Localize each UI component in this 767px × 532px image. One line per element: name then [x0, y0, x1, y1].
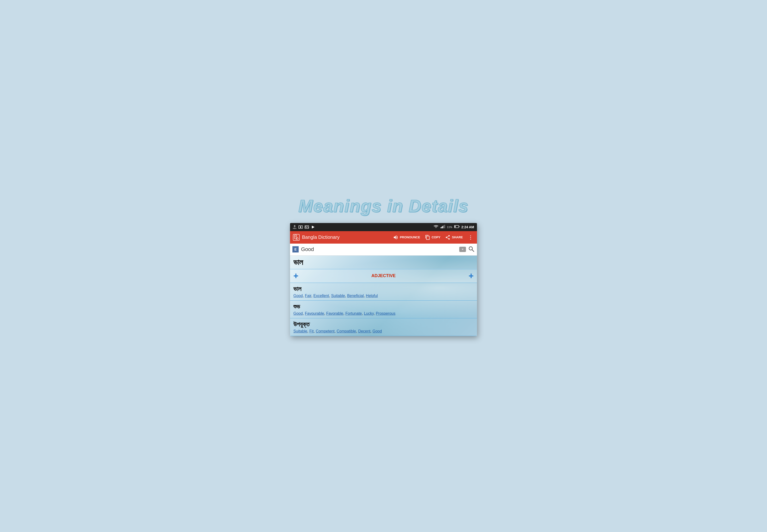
app-logo-icon: [293, 234, 299, 241]
part-of-speech-label: ADJECTIVE: [298, 273, 469, 278]
battery-icon: [454, 225, 460, 229]
svg-rect-5: [441, 227, 441, 228]
synonym-link[interactable]: Competent: [316, 329, 334, 333]
kb-value: 0: [294, 225, 295, 228]
svg-line-18: [296, 239, 296, 240]
svg-line-20: [472, 250, 474, 252]
english-synonyms-2: Good, Favourable, Favorable, Fortunate, …: [293, 311, 474, 316]
share-button[interactable]: SHARE: [445, 234, 463, 241]
search-input[interactable]: [301, 246, 459, 252]
synonym-link[interactable]: Excellent: [313, 294, 329, 298]
share-label: SHARE: [452, 235, 463, 239]
synonym-link[interactable]: Decent: [358, 329, 370, 333]
status-left: 0 KB/s: [293, 225, 315, 229]
wifi-icon: [434, 225, 439, 229]
kb-unit: KB/s: [293, 228, 296, 229]
synonym-link[interactable]: Lucky: [364, 311, 374, 315]
synonym-link[interactable]: Favorable: [326, 311, 343, 315]
svg-point-1: [300, 226, 301, 228]
synonym-link[interactable]: Suitable: [331, 294, 345, 298]
synonym-link[interactable]: Beneficial: [347, 294, 363, 298]
app-actions: PRONOUNCE COPY SHARE ⋮: [393, 234, 474, 241]
pos-row: + ADJECTIVE +: [290, 269, 477, 283]
svg-rect-9: [445, 225, 445, 228]
status-right: 11% 2:24 AM: [434, 225, 474, 229]
content-area: ভাল + ADJECTIVE + ভাল Good, Fair, Excell…: [290, 256, 477, 336]
svg-rect-8: [444, 225, 444, 228]
svg-rect-7: [443, 226, 443, 228]
synonym-link[interactable]: Fair: [305, 294, 311, 298]
app-title-area: Bangla Dictionary: [293, 234, 390, 241]
copy-label: COPY: [432, 235, 441, 239]
svg-rect-6: [442, 227, 442, 228]
english-synonyms-3: Suitable, Fit, Competent, Compatible, De…: [293, 329, 474, 333]
status-time: 2:24 AM: [462, 225, 474, 229]
synonym-link[interactable]: Good: [293, 311, 303, 315]
synonym-link[interactable]: Favourable: [305, 311, 324, 315]
signal-icon: [440, 225, 445, 229]
kb-indicator: 0 KB/s: [293, 225, 296, 229]
pronounce-label: PRONOUNCE: [400, 235, 420, 239]
battery-percent: 11%: [447, 226, 452, 229]
status-bar: 0 KB/s: [290, 223, 477, 231]
synonym-link[interactable]: Prosperous: [376, 311, 396, 315]
svg-marker-4: [312, 226, 314, 229]
synonym-link[interactable]: Fit: [309, 329, 314, 333]
search-bar: E: [290, 244, 477, 256]
main-word-header: ভাল: [290, 256, 477, 269]
svg-point-3: [305, 226, 306, 227]
synonym-link[interactable]: Good: [293, 294, 303, 298]
synonym-link[interactable]: Helpful: [366, 294, 378, 298]
page-title: Meanings in Details: [298, 196, 469, 216]
bangla-word-3: উপযুক্ত: [293, 321, 474, 328]
screenshot-icon: [298, 225, 303, 229]
bangla-word-2: শুভ: [293, 303, 474, 310]
svg-rect-11: [459, 226, 459, 227]
search-button[interactable]: [468, 246, 475, 253]
synonym-link[interactable]: Suitable: [293, 329, 307, 333]
synonym-link[interactable]: Good: [372, 329, 382, 333]
language-badge: E: [292, 246, 299, 252]
synonym-link[interactable]: Fortunate: [345, 311, 362, 315]
gallery-icon: [305, 225, 309, 229]
pronounce-button[interactable]: PRONOUNCE: [393, 234, 421, 241]
app-title: Bangla Dictionary: [302, 235, 339, 240]
add-left-button[interactable]: +: [293, 272, 298, 280]
definition-row-1: ভাল Good, Fair, Excellent, Suitable, Ben…: [290, 283, 477, 301]
definition-row-3: উপযুক্ত Suitable, Fit, Competent, Compat…: [290, 318, 477, 336]
clear-button[interactable]: [459, 247, 466, 252]
add-right-button[interactable]: +: [469, 272, 474, 280]
copy-button[interactable]: COPY: [425, 234, 441, 241]
bangla-word-1: ভাল: [293, 285, 474, 293]
english-synonyms-1: Good, Fair, Excellent, Suitable, Benefic…: [293, 294, 474, 298]
phone-mockup: 0 KB/s: [290, 223, 477, 336]
synonym-link[interactable]: Compatible: [337, 329, 356, 333]
app-bar: Bangla Dictionary PRONOUNCE COPY: [290, 231, 477, 244]
definition-row-2: শুভ Good, Favourable, Favorable, Fortuna…: [290, 301, 477, 318]
more-options-button[interactable]: ⋮: [467, 235, 474, 240]
svg-rect-12: [455, 226, 456, 228]
play-icon: [311, 225, 315, 229]
